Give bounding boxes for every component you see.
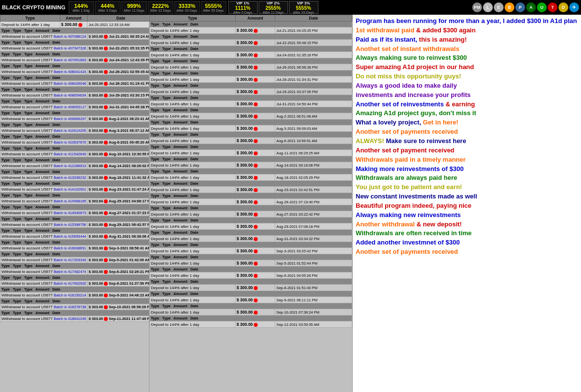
cell-amount-date: $ 303.00 Jul-31-2021 04:45:38 PM	[88, 104, 149, 110]
cell-type: Deposit to 144% after 1 day	[150, 150, 236, 156]
header: BLACK CRYPTO MINING 144%After 1 Day444%A…	[0, 0, 581, 15]
cell-type: Deposit to 144% after 1 day	[0, 22, 60, 28]
table-row: Deposit to 144% after 1 day $ 300.00 Jul…	[150, 27, 352, 34]
stat-box-3: 2222%After 22 Days	[148, 1, 173, 14]
cell-date: Jul-21-2021 04:25:25 PM	[275, 27, 352, 34]
cell-withdrawal: Withdrawal to account U5677 Batch is 407…	[0, 34, 88, 40]
cell-date: Aug-6-2021 10:56:51 AM	[275, 138, 352, 144]
cell-type: Deposit to 144% after 1 day	[150, 52, 236, 58]
cell-amount-date: $ 303.00 Jul-21-2021 08:35:24 AM	[88, 34, 149, 40]
section-header-row: Type Type Amount Date	[150, 71, 352, 76]
table-row: Deposit to 144% after 1 day $ 300.00 Sep…	[150, 309, 352, 316]
cell-type: Deposit to 144% after 1 day	[150, 297, 236, 303]
cell-type: Deposit to 144% after 1 day	[150, 101, 236, 107]
section-header-row: Type Type Amount Date	[150, 205, 352, 211]
cell-amount-date: $ 303.00 Sep-10-2021 06:58:26 PM	[88, 304, 149, 310]
table-row: Withdrawal to account U5677 Batch is 417…	[0, 269, 150, 275]
section-header-row: Type Type Type Amount Date	[0, 40, 150, 46]
cell-withdrawal: Withdrawal to account U5677 Batch is 414…	[0, 187, 88, 193]
cell-amount-date: $ 303.00 Aug-6-2021 09:45:20 AM	[88, 140, 149, 146]
section-header-row: Type Type Amount Date	[150, 46, 352, 52]
vip-boxes: VIP 1%1111%After 5 DaysVIP 2%2555%After …	[228, 1, 318, 14]
cell-withdrawal: Withdrawal to account U5677 Batch is 417…	[0, 257, 88, 263]
cell-withdrawal: Withdrawal to account U5677 Batch is 418…	[0, 316, 88, 322]
section-header-row: Type Type Type Amount Date	[0, 110, 150, 116]
cell-amount: $ 300.00	[236, 162, 275, 169]
center-panel: Type Amount Date Type Type Amount DateDe…	[149, 15, 353, 392]
table-row: Withdrawal to account U5677 Batch is 416…	[0, 245, 150, 251]
cell-date: Jul-22-2021 05:46:15 PM	[275, 40, 352, 46]
cell-amount: $ 300.00	[236, 174, 275, 181]
stat-box-1: 444%After 5 Days	[95, 1, 121, 14]
table-row: Withdrawal to account U5677 Batch is 417…	[0, 257, 150, 263]
cell-date: Jul-28-2021 01:34:31 PM	[275, 76, 352, 83]
section-header-row: Type Type Type Amount Date	[0, 28, 150, 34]
message-line-15: Withdrawals paid in a timely manner	[356, 155, 578, 165]
cell-date: Aug-27-2021 03:22:42 PM	[275, 211, 352, 218]
ltc-icon[interactable]: L	[483, 2, 493, 12]
section-header-row: Type Type Type Amount Date	[0, 251, 150, 257]
right-panel: Program has been running for more than a…	[353, 15, 581, 392]
doge-icon[interactable]: D	[558, 2, 568, 12]
eth-icon[interactable]: E	[494, 2, 504, 12]
table-row: Deposit to 144% after 1 day $ 300.00 Aug…	[150, 150, 352, 156]
cell-amount: $ 300.00	[236, 309, 275, 316]
cell-date: Sep-5-2021 01:52:44 PM	[275, 260, 352, 267]
section-header-row: Type Type Type Amount Date	[0, 87, 150, 93]
cell-date: Sep-10-2021 07:36:24 PM	[275, 309, 352, 316]
cell-type: Deposit to 144% after 1 day	[150, 223, 236, 230]
message-line-8: investments and increase your profits	[356, 91, 578, 100]
vip-box-2: VIP 3%5555%After 33 Days	[289, 1, 318, 14]
adv-icon[interactable]: A	[526, 2, 536, 12]
payeer-icon[interactable]: P	[515, 2, 525, 12]
pm-icon[interactable]: PM	[472, 2, 482, 12]
cell-amount-date: $ 303.00 Aug-31-2021 08:38:06 AM	[88, 234, 149, 240]
message-line-14: Another set of payment received	[356, 146, 578, 155]
table-row: Withdrawal to account U5677 Batch is 410…	[0, 140, 150, 146]
cell-date: Jul-20-2021 12:33:18 AM	[88, 22, 149, 28]
table-row: Deposit to 144% after 1 day $ 300.00 Sep…	[150, 260, 352, 267]
cell-withdrawal: Withdrawal to account U5677 Batch is 418…	[0, 304, 88, 310]
table-row: Withdrawal to account U5677 Batch is 414…	[0, 198, 150, 204]
cell-withdrawal: Withdrawal to account U5677 Batch is 415…	[0, 222, 88, 228]
cell-withdrawal: Withdrawal to account U5677 Batch is 408…	[0, 93, 88, 98]
cell-amount: $ 300.00	[236, 113, 275, 120]
cell-amount-date: $ 303.00 Jul-29-2021 03:30:15 PM	[88, 93, 149, 98]
table-row: Withdrawal to account U5677 Batch is 418…	[0, 304, 150, 310]
cell-type: Deposit to 144% after 1 day	[150, 40, 236, 46]
table-row: Deposit to 144% after 1 day $ 300.00 Aug…	[150, 113, 352, 120]
cell-amount-date: $ 303.00 Jul-28-2021 01:19:41 PM	[88, 81, 149, 87]
cell-type: Deposit to 144% after 1 day	[150, 260, 236, 267]
cell-amount: $ 300.00	[236, 211, 275, 218]
telegram-icon[interactable]: ✈	[569, 2, 579, 12]
cell-withdrawal: Withdrawal to account U5677 Batch is 417…	[0, 281, 88, 287]
center-transaction-table: Type Amount Date Type Type Amount DateDe…	[149, 15, 352, 328]
btc-icon[interactable]: B	[505, 2, 514, 12]
cell-type: Deposit to 144% after 1 day	[150, 272, 236, 279]
cell-amount-date: $ 303.00 Aug-2-2021 06:23:41 AM	[88, 116, 149, 122]
cell-withdrawal: Withdrawal to account U5677 Batch is 412…	[0, 163, 88, 169]
table-row: Deposit to 144% after 1 day $ 300.00 Sep…	[150, 297, 352, 303]
message-line-17: Withdrawals are always paid here	[356, 173, 578, 183]
message-line-7: Always a good idea to make daily	[356, 81, 578, 91]
trx-icon[interactable]: T	[548, 2, 557, 12]
cell-date: Aug-11-2021 08:29:25 AM	[275, 150, 352, 156]
table-row: Withdrawal to account U5677 Batch is 407…	[0, 57, 150, 63]
table-row: Withdrawal to account U5677 Batch is 409…	[0, 116, 150, 122]
message-line-1: 1st withdrawal paid & added $300 again	[356, 26, 578, 35]
cell-amount: $ 300.00	[236, 260, 275, 267]
cell-type: Deposit to 144% after 1 day	[150, 76, 236, 83]
section-header-row: Type Type Type Amount Date	[0, 134, 150, 140]
cell-date: Aug-29-2021 07:08:18 PM	[275, 223, 352, 230]
cell-amount-date: $ 303.00 Aug-23-2021 01:47:24 AM	[88, 187, 149, 193]
cell-amount: $ 300.00	[236, 64, 275, 71]
usdt-icon[interactable]: U	[537, 2, 547, 12]
table-row: Withdrawal to account U5677 Batch is 407…	[0, 34, 150, 40]
cell-type: Deposit to 144% after 1 day	[150, 211, 236, 218]
section-header-row: Type Type Type Amount Date	[0, 275, 150, 281]
table-row: Deposit to 144% after 1 day $ 300.00 Aug…	[150, 162, 352, 169]
section-header-row: Type Type Amount Date	[150, 193, 352, 199]
cell-withdrawal: Withdrawal to account U5677 Batch is 410…	[0, 140, 88, 146]
section-header-row: Type Type Amount Date	[150, 132, 352, 138]
section-header-row: Type Type Type Amount Date	[0, 263, 150, 269]
